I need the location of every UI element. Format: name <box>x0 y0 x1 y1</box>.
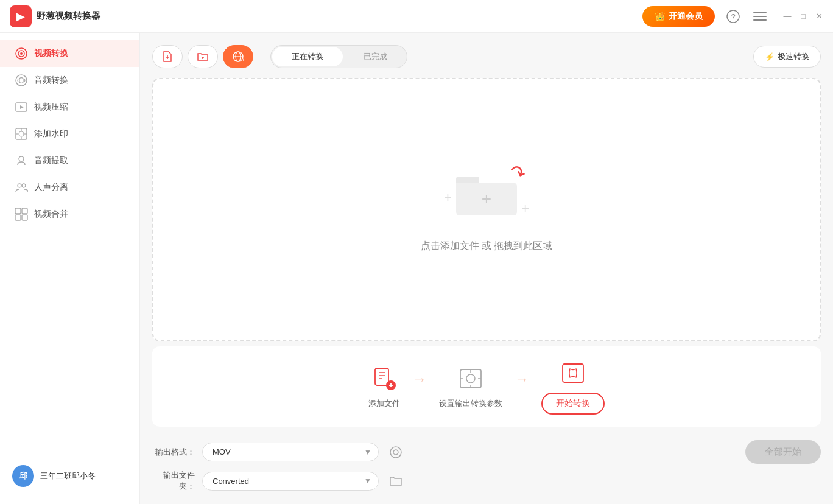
step2-label: 设置输出转换参数 <box>439 398 502 409</box>
drop-text-or: 或 <box>479 240 494 251</box>
svg-text:+: + <box>206 58 209 63</box>
svg-rect-47 <box>563 364 583 382</box>
format-settings-icon[interactable] <box>386 443 406 462</box>
plus-left-icon: + <box>444 190 452 206</box>
sidebar-item-voice-separate[interactable]: 人声分离 <box>0 174 139 201</box>
video-merge-icon <box>15 208 28 221</box>
svg-text:+: + <box>170 58 174 63</box>
sidebar-label-video-merge: 视频合并 <box>34 209 68 220</box>
close-button[interactable]: ✕ <box>815 12 823 21</box>
svg-rect-4 <box>753 19 767 21</box>
svg-marker-10 <box>20 105 24 109</box>
toolbar: + + + 正在转换 <box>152 45 821 68</box>
folder-row: 输出文件夹： Converted Desktop Downloads ▼ <box>152 470 821 492</box>
drop-text: 点击添加文件 或 拖拽到此区域 <box>421 240 553 253</box>
sidebar: 视频转换 音频转换 视频压缩 <box>0 33 140 504</box>
folder-select[interactable]: Converted Desktop Downloads <box>202 472 379 491</box>
arrow-down-icon: ↷ <box>507 160 529 185</box>
sidebar-label-video-convert: 视频转换 <box>34 48 68 59</box>
sidebar-bottom: 邱 三年二班邱小冬 <box>0 455 139 497</box>
avatar: 邱 <box>12 465 34 487</box>
step1-label: 添加文件 <box>368 398 400 409</box>
svg-rect-3 <box>753 16 767 17</box>
maximize-button[interactable]: □ <box>799 12 807 21</box>
bottom-bar: 输出格式： MOV MP4 AVI MKV WMV FLV GIF ▼ <box>152 434 821 492</box>
folder-open-icon[interactable] <box>386 471 406 491</box>
sidebar-item-video-convert[interactable]: 视频转换 <box>0 40 139 67</box>
svg-point-49 <box>393 450 398 455</box>
svg-rect-22 <box>15 215 21 220</box>
minimize-button[interactable]: — <box>783 12 792 21</box>
drop-text-part2: 拖拽到此区域 <box>494 240 552 251</box>
svg-rect-2 <box>753 12 767 13</box>
sidebar-label-voice-separate: 人声分离 <box>34 182 68 193</box>
sidebar-item-video-merge[interactable]: 视频合并 <box>0 201 139 228</box>
format-label: 输出格式： <box>152 447 195 458</box>
fast-convert-button[interactable]: ⚡ 极速转换 <box>753 46 821 68</box>
add-folder-button[interactable]: + <box>188 45 218 68</box>
user-name: 三年二班邱小冬 <box>40 471 96 481</box>
sidebar-item-audio-convert[interactable]: 音频转换 <box>0 67 139 94</box>
drop-zone[interactable]: + + ↷ + 点击添加文件 或 拖拽到此区域 <box>152 78 821 341</box>
svg-point-42 <box>466 374 475 383</box>
svg-point-19 <box>22 184 26 187</box>
sidebar-label-video-compress: 视频压缩 <box>34 102 68 113</box>
content-area: + + + 正在转换 <box>140 33 833 504</box>
svg-point-17 <box>19 156 24 161</box>
sidebar-item-video-compress[interactable]: 视频压缩 <box>0 94 139 121</box>
svg-rect-23 <box>22 215 27 220</box>
tab-completed[interactable]: 已完成 <box>344 46 407 68</box>
voice-separate-icon <box>15 181 28 194</box>
svg-text:?: ? <box>731 12 735 21</box>
toolbar-right: ⚡ 极速转换 <box>753 46 821 68</box>
svg-rect-21 <box>22 208 27 214</box>
vip-icon: 👑 <box>655 12 665 21</box>
sidebar-label-audio-convert: 音频转换 <box>34 75 68 86</box>
vip-button[interactable]: 👑 开通会员 <box>642 6 715 27</box>
menu-icon[interactable] <box>751 8 768 25</box>
format-row: 输出格式： MOV MP4 AVI MKV WMV FLV GIF ▼ <box>152 440 821 464</box>
lightning-icon: ⚡ <box>765 52 775 61</box>
window-controls: — □ ✕ <box>783 12 823 21</box>
svg-rect-20 <box>15 208 21 214</box>
all-start-button[interactable]: 全部开始 <box>745 440 821 464</box>
drop-icon: + + ↷ + <box>450 167 523 228</box>
add-file-button[interactable]: + <box>152 45 183 68</box>
svg-text:+: + <box>242 57 244 63</box>
step-2: 设置输出转换参数 <box>439 364 502 409</box>
tab-converting[interactable]: 正在转换 <box>272 47 343 66</box>
format-select[interactable]: MOV MP4 AVI MKV WMV FLV GIF <box>202 443 379 461</box>
network-button[interactable]: + <box>223 45 253 68</box>
steps-section: 添加文件 → 设置输出转换参数 → <box>152 346 821 427</box>
plus-right-icon: + <box>521 201 529 217</box>
help-icon[interactable]: ? <box>725 8 742 25</box>
step-arrow-1: → <box>412 371 427 402</box>
logo: ▶ 野葱视频转换器 <box>10 5 100 27</box>
svg-rect-34 <box>375 368 388 385</box>
audio-convert-icon <box>15 74 28 87</box>
start-convert-button[interactable]: 开始转换 <box>541 393 605 415</box>
svg-point-48 <box>390 447 401 458</box>
format-select-wrapper: MOV MP4 AVI MKV WMV FLV GIF ▼ <box>202 443 379 461</box>
sidebar-label-add-watermark: 添加水印 <box>34 128 68 139</box>
svg-point-7 <box>20 52 23 55</box>
video-compress-icon <box>15 100 28 114</box>
tab-group: 正在转换 已完成 <box>270 45 407 68</box>
vip-label: 开通会员 <box>669 11 703 22</box>
main-layout: 视频转换 音频转换 视频压缩 <box>0 33 833 504</box>
folder-label: 输出文件夹： <box>152 470 195 492</box>
fast-convert-label: 极速转换 <box>778 51 809 62</box>
sidebar-item-audio-extract[interactable]: 音频提取 <box>0 147 139 174</box>
svg-point-12 <box>19 131 24 136</box>
logo-text: 野葱视频转换器 <box>37 10 100 22</box>
sidebar-item-add-watermark[interactable]: 添加水印 <box>0 121 139 147</box>
sidebar-label-audio-extract: 音频提取 <box>34 155 68 166</box>
svg-point-18 <box>18 184 21 187</box>
step2-icon <box>456 364 485 393</box>
folder-select-wrapper: Converted Desktop Downloads ▼ <box>202 472 379 491</box>
step-1: 添加文件 <box>368 364 400 409</box>
logo-icon: ▶ <box>10 5 32 27</box>
folder-plus-icon: + <box>482 189 491 209</box>
audio-extract-icon <box>15 154 28 167</box>
titlebar: ▶ 野葱视频转换器 👑 开通会员 ? — □ ✕ <box>0 0 833 33</box>
